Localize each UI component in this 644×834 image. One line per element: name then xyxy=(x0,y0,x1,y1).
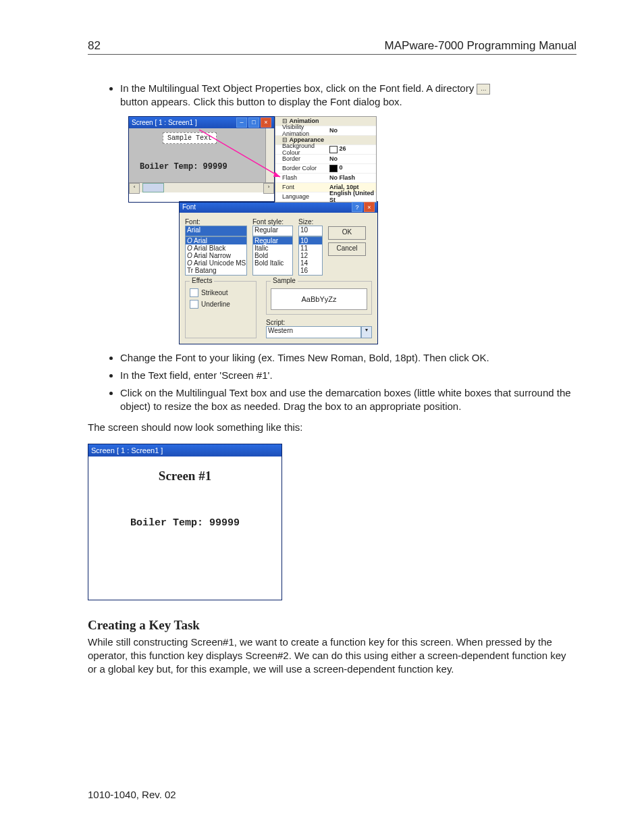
size-label: Size: xyxy=(298,218,323,226)
sample-preview: AaBbYyZz xyxy=(271,288,367,310)
font-input[interactable]: Arial xyxy=(185,226,247,236)
minimize-icon[interactable]: – xyxy=(236,118,247,128)
properties-panel: Animation Visibility AnimationNo Appeara… xyxy=(275,116,377,203)
scroll-right-icon[interactable]: › xyxy=(263,183,274,194)
doc-title: MAPware-7000 Programming Manual xyxy=(385,39,576,53)
sample-text-object[interactable]: Sample Text xyxy=(163,132,217,144)
underline-checkbox[interactable]: Underline xyxy=(190,300,252,309)
style-list[interactable]: Regular Italic Bold Bold Italic xyxy=(252,236,293,276)
bullet-3: In the Text field, enter 'Screen #1'. xyxy=(120,369,576,382)
screenshot-result: Screen [ 1 : Screen1 ] Screen #1 Boiler … xyxy=(88,444,282,600)
script-label: Script: xyxy=(266,319,285,326)
boiler-temp-label: Boiler Temp: 99999 xyxy=(88,484,281,529)
page-number: 82 xyxy=(88,39,101,53)
style-label: Font style: xyxy=(252,218,293,226)
bullets-top: In the Multilingual Text Object Properti… xyxy=(120,82,576,109)
chevron-down-icon[interactable]: ▾ xyxy=(361,326,372,338)
size-input[interactable]: 10 xyxy=(298,226,323,236)
maximize-icon[interactable]: □ xyxy=(248,118,259,128)
horizontal-scrollbar[interactable]: ‹ › xyxy=(129,182,274,192)
section-heading: Creating a Key Task xyxy=(88,618,576,633)
vertical-scrollbar[interactable] xyxy=(265,128,274,182)
window-title: Screen [ 1 : Screen1 ] xyxy=(91,446,163,454)
close-icon[interactable]: × xyxy=(261,118,271,128)
bullet-4: Click on the Multilingual Text box and u… xyxy=(120,386,576,414)
strikeout-checkbox[interactable]: Strikeout xyxy=(190,288,252,297)
bullet-2: Change the Font to your liking (ex. Time… xyxy=(120,351,576,365)
screen-designer-window: Screen [ 1 : Screen1 ] – □ × Sample Text… xyxy=(128,116,275,203)
section-body: While still constructing Screen#1, we wa… xyxy=(88,635,576,677)
bullets-mid: Change the Font to your liking (ex. Time… xyxy=(120,351,576,414)
font-dialog: Font ? × Font: Arial O Arial O Arial Bla… xyxy=(179,201,378,344)
dialog-title: Font xyxy=(182,203,196,211)
scroll-left-icon[interactable]: ‹ xyxy=(129,183,140,194)
ellipsis-icon: … xyxy=(477,84,490,95)
help-icon[interactable]: ? xyxy=(352,202,363,212)
para-result: The screen should now look something lik… xyxy=(88,421,576,434)
effects-group: Effects Strikeout Underline xyxy=(185,281,257,338)
close-icon[interactable]: × xyxy=(364,202,375,212)
ok-button[interactable]: OK xyxy=(328,226,366,240)
font-label: Font: xyxy=(185,218,247,226)
window-title: Screen [ 1 : Screen1 ] xyxy=(132,119,197,126)
screen-title-text: Screen #1 xyxy=(88,457,281,484)
boiler-temp-label: Boiler Temp: 99999 xyxy=(140,162,227,172)
sample-group: Sample AaBbYyZz xyxy=(266,281,372,315)
font-list[interactable]: O Arial O Arial Black O Arial Narrow O A… xyxy=(185,236,247,276)
style-input[interactable]: Regular xyxy=(252,226,293,236)
size-list[interactable]: 10 11 12 14 16 18 20 xyxy=(298,236,323,276)
screenshot-font-dialog: Screen [ 1 : Screen1 ] – □ × Sample Text… xyxy=(128,116,377,344)
script-select[interactable]: Western ▾ xyxy=(266,326,372,338)
footer-revision: 1010-1040, Rev. 02 xyxy=(88,789,176,800)
bullet-1: In the Multilingual Text Object Properti… xyxy=(120,82,576,109)
cancel-button[interactable]: Cancel xyxy=(328,242,366,256)
page-header: 82 MAPware-7000 Programming Manual xyxy=(88,39,576,55)
